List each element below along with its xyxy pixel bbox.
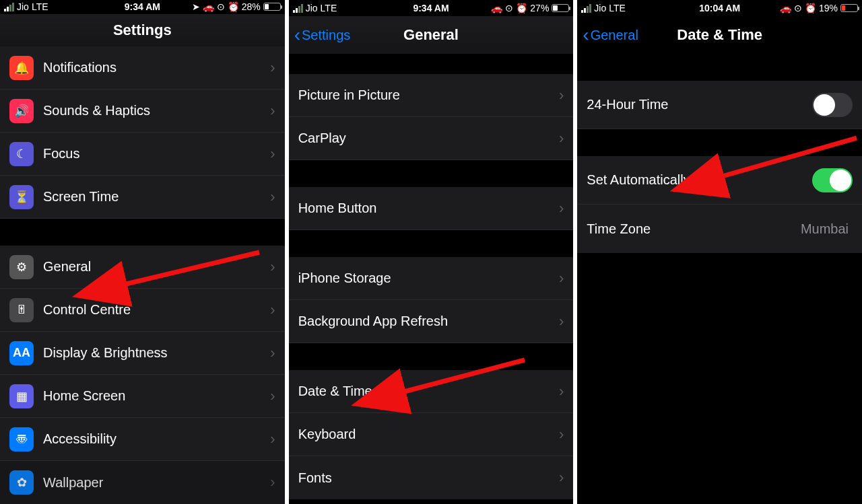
row-label: Set Automatically [587, 172, 812, 188]
group-gap [0, 219, 285, 246]
accessibility-icon: 〠 [9, 427, 34, 452]
nav-bar: ‹ Settings General [289, 16, 574, 54]
flower-icon: ✿ [9, 470, 34, 495]
row-accessibility[interactable]: 〠 Accessibility › [0, 418, 285, 461]
chevron-right-icon: › [559, 130, 564, 147]
datetime-list: 24-Hour Time Set Automatically Time Zone… [577, 54, 862, 253]
row-iphone-storage[interactable]: iPhone Storage › [289, 257, 574, 300]
toggle-24hour[interactable] [812, 93, 853, 117]
row-label: Date & Time [298, 384, 559, 399]
page-title: General [403, 26, 459, 44]
chevron-right-icon: › [270, 474, 275, 491]
chevron-right-icon: › [270, 102, 275, 120]
speaker-icon: 🔊 [9, 99, 34, 123]
row-label: Keyboard [298, 427, 559, 442]
toggles-icon: 🎚 [9, 298, 34, 322]
status-time: 10:04 AM [699, 3, 740, 13]
row-label: Time Zone [587, 221, 801, 237]
car-icon: 🚗 [491, 3, 502, 13]
screen-date-time: Jio LTE 10:04 AM 🚗 ⊙ ⏰ 19% ‹ General Dat… [577, 0, 862, 504]
signal-icon [4, 3, 14, 11]
group-gap [577, 129, 862, 156]
row-label: Picture in Picture [298, 87, 559, 103]
row-value: Mumbai [801, 221, 849, 237]
battery-icon [263, 3, 281, 11]
row-carplay[interactable]: CarPlay › [289, 117, 574, 160]
row-background-app-refresh[interactable]: Background App Refresh › [289, 300, 574, 343]
row-label: Accessibility [43, 431, 270, 447]
battery-icon [552, 4, 569, 12]
battery-pct-label: 27% [530, 3, 549, 13]
row-label: General [43, 259, 270, 275]
back-label: Settings [302, 28, 350, 43]
row-label: iPhone Storage [298, 271, 559, 286]
lock-icon: ⊙ [217, 1, 225, 12]
chevron-right-icon: › [559, 426, 564, 443]
row-screen-time[interactable]: ⏳ Screen Time › [0, 176, 285, 219]
row-home-screen[interactable]: ▦ Home Screen › [0, 375, 285, 418]
settings-list[interactable]: 🔔 Notifications › 🔊 Sounds & Haptics › ☾… [0, 46, 285, 504]
carrier-label: Jio [306, 3, 318, 13]
row-label: Fonts [298, 470, 559, 486]
row-sounds[interactable]: 🔊 Sounds & Haptics › [0, 89, 285, 133]
row-label: Background App Refresh [298, 314, 559, 329]
battery-pct-label: 28% [242, 1, 261, 12]
row-picture-in-picture[interactable]: Picture in Picture › [289, 74, 574, 117]
row-label: Screen Time [43, 189, 270, 205]
back-button[interactable]: ‹ Settings [294, 24, 351, 46]
nav-bar: ‹ General Date & Time [577, 16, 862, 54]
group-gap [577, 54, 862, 81]
group-gap [289, 343, 574, 370]
lock-icon: ⊙ [794, 3, 802, 13]
row-set-automatically[interactable]: Set Automatically [577, 156, 862, 205]
chevron-left-icon: ‹ [583, 24, 589, 46]
row-display-brightness[interactable]: AA Display & Brightness › [0, 332, 285, 375]
row-wallpaper[interactable]: ✿ Wallpaper › [0, 461, 285, 504]
toggle-set-automatically[interactable] [812, 168, 853, 192]
battery-pct-label: 19% [819, 3, 838, 13]
row-label: Wallpaper [43, 475, 270, 491]
row-keyboard[interactable]: Keyboard › [289, 413, 574, 456]
chevron-right-icon: › [270, 431, 275, 448]
grid-icon: ▦ [9, 384, 34, 408]
chevron-right-icon: › [270, 59, 275, 77]
chevron-right-icon: › [559, 200, 564, 217]
chevron-right-icon: › [270, 345, 275, 362]
back-button[interactable]: ‹ General [583, 24, 638, 46]
row-focus[interactable]: ☾ Focus › [0, 133, 285, 176]
car-icon: 🚗 [203, 1, 214, 12]
chevron-left-icon: ‹ [294, 24, 300, 46]
row-control-centre[interactable]: 🎚 Control Centre › [0, 289, 285, 332]
row-24hour-time[interactable]: 24-Hour Time [577, 81, 862, 129]
alarm-icon: ⏰ [516, 3, 527, 13]
status-bar: Jio LTE 9:34 AM 🚗 ⊙ ⏰ 27% [289, 0, 574, 16]
chevron-right-icon: › [559, 469, 564, 487]
chevron-right-icon: › [559, 270, 564, 287]
hourglass-icon: ⏳ [9, 185, 34, 209]
signal-icon [293, 4, 303, 13]
page-title: Date & Time [677, 26, 762, 44]
row-home-button[interactable]: Home Button › [289, 187, 574, 230]
battery-icon [840, 4, 858, 12]
location-icon: ➤ [192, 1, 200, 12]
row-general[interactable]: ⚙ General › [0, 246, 285, 289]
row-time-zone[interactable]: Time Zone Mumbai [577, 205, 862, 253]
row-label: CarPlay [298, 131, 559, 146]
status-time: 9:34 AM [413, 3, 449, 13]
row-date-time[interactable]: Date & Time › [289, 370, 574, 413]
chevron-right-icon: › [559, 313, 564, 330]
row-label: Display & Brightness [43, 345, 270, 361]
alarm-icon: ⏰ [805, 3, 816, 13]
general-list[interactable]: Picture in Picture › CarPlay › Home Butt… [289, 54, 574, 499]
row-label: Notifications [43, 60, 270, 75]
row-fonts[interactable]: Fonts › [289, 456, 574, 499]
row-label: Focus [43, 146, 270, 161]
chevron-right-icon: › [559, 383, 564, 400]
signal-icon [581, 4, 591, 13]
row-label: Sounds & Haptics [43, 103, 270, 118]
screen-settings: Jio LTE 9:34 AM ➤ 🚗 ⊙ ⏰ 28% Settings 🔔 N… [0, 0, 285, 504]
chevron-right-icon: › [270, 301, 275, 319]
row-notifications[interactable]: 🔔 Notifications › [0, 46, 285, 89]
gear-icon: ⚙ [9, 255, 34, 279]
carrier-label: Jio [594, 3, 606, 13]
